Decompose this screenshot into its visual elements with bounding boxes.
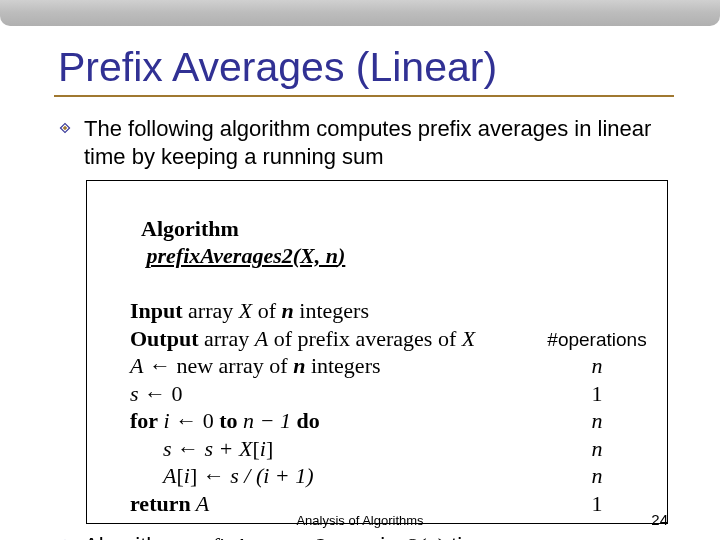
algorithm-box: Algorithm prefixAverages2(X, n) Input ar… [86,180,668,524]
ops-l7: n [537,435,657,463]
algo-output: Output array A of prefix averages of X #… [97,325,657,353]
algo-input: Input array X of n integers [97,297,657,325]
ops-l6: n [537,407,657,435]
footer-text: Analysis of Algorithms [0,513,720,528]
bullet-item-2: Algorithm prefixAverages2 runs in O(n) t… [58,532,670,540]
bullet-text-1: The following algorithm computes prefix … [84,115,670,170]
ops-l5: 1 [537,380,657,408]
diamond-bullet-icon [58,121,72,135]
bullet-text-2: Algorithm prefixAverages2 runs in O(n) t… [84,532,493,540]
algo-line-7: s ← s + X[i] n [97,435,657,463]
bullet-item-1: The following algorithm computes prefix … [58,115,670,170]
algo-header: Algorithm prefixAverages2(X, n) [97,187,657,297]
slide-top-decoration [0,0,720,26]
ops-header: #operations [537,328,657,352]
algo-args: X, n [300,243,338,268]
slide-title: Prefix Averages (Linear) [58,44,670,91]
ops-l4: n [537,352,657,380]
algo-line-4: A ← new array of n integers n [97,352,657,380]
title-underline [54,95,674,97]
algo-line-6: for i ← 0 to n − 1 do n [97,407,657,435]
algo-line-8: A[i] ← s / (i + 1) n [97,462,657,490]
slide-body: Prefix Averages (Linear) The following a… [0,26,720,540]
ops-l8: n [537,462,657,490]
algo-name: prefixAverages2 [147,243,293,268]
algo-line-5: s ← 0 1 [97,380,657,408]
algo-kw: Algorithm [141,216,239,241]
page-number: 24 [651,511,668,528]
